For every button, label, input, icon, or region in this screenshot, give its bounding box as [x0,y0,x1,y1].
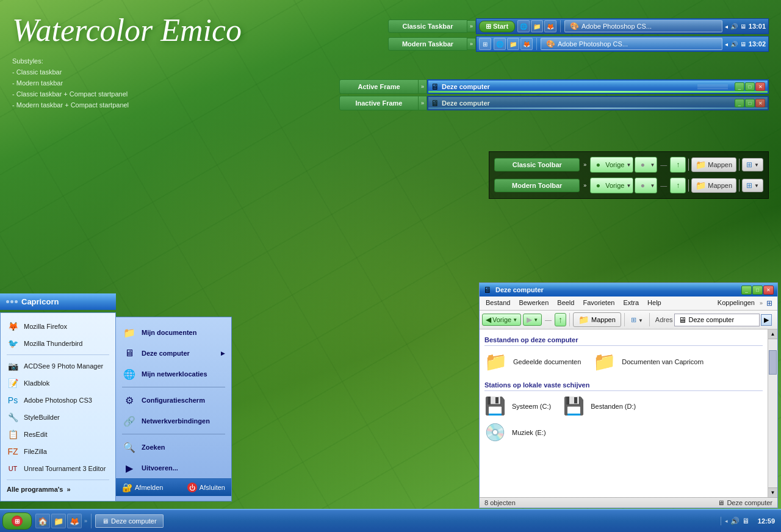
app-kladblok[interactable]: 📝 Kladblok [1,375,115,392]
item-gedeelde[interactable]: 📁 Gedeelde documenten [484,351,581,372]
afsluiten-btn[interactable]: ⏻ Afsluiten [187,483,225,492]
ql-home[interactable]: 🏠 [35,514,50,528]
modern-up-btn[interactable]: ↑ [670,178,686,193]
gedeelde-icon: 📁 [484,351,507,372]
taskbar-start-btn[interactable]: ⊞ [2,512,32,530]
modern-win-icon[interactable]: ⊞ [479,38,491,50]
address-go-btn[interactable]: ▶ [761,314,772,326]
stylebuilder-icon: 🔧 [7,411,19,423]
app-sep-bottom [7,480,109,480]
app-firefox[interactable]: 🦊 Mozilla Firefox [1,318,115,335]
item-muziek[interactable]: 💿 Muziek (E:) [484,422,546,442]
classic-back-btn[interactable]: ● Vorige ▼ [590,157,633,173]
win-back-btn[interactable]: ◀ Vorige ▼ [482,314,521,326]
modern-forward-btn[interactable]: ● ▼ [635,178,657,193]
modern-folders-btn[interactable]: 📁 Mappen [691,178,736,193]
win-up-btn[interactable]: ↑ [555,313,566,326]
content-scrollbar[interactable]: ▲ ▼ [768,329,777,497]
ql-folder[interactable]: 📁 [51,514,66,528]
classic-ql-3[interactable]: 🦊 [544,20,556,32]
app-photoshop[interactable]: Ps Adobe Photoshop CS3 [1,392,115,409]
modern-ql-3[interactable]: 🦊 [520,38,533,50]
inactive-frame-minimize[interactable]: _ [735,99,744,107]
sys-netwerk-verb[interactable]: 🔗 Netwerkverbindingen [116,411,231,431]
active-frame-minimize[interactable]: _ [735,82,744,91]
ql-firefox[interactable]: 🦊 [67,514,82,528]
modern-app-button[interactable]: 🎨 Adobe Photoshop CS... [541,38,722,50]
modern-ql-2[interactable]: 📁 [507,38,519,50]
sys-deze-computer[interactable]: 🖥 Deze computer ▶ [116,343,231,364]
modern-view-btn[interactable]: ⊞ ▼ [742,179,763,192]
win-fwd-btn[interactable]: ▶ ▼ [523,314,542,326]
modern-dash-btn[interactable]: — [658,180,669,191]
win-folders-btn[interactable]: 📁 Mappen [573,312,621,327]
configuratie-icon: ⚙ [122,393,137,408]
item-systeem[interactable]: 💾 Systeem (C:) [484,396,551,416]
classic-view-btn[interactable]: ⊞ ▼ [742,158,763,171]
taskbar-start-icon: ⊞ [12,516,23,527]
classic-start-button[interactable]: ⊞ Start [479,21,515,32]
menu-bewerken[interactable]: Bewerken [515,298,552,309]
inactive-frame-close[interactable]: ✕ [755,99,765,107]
scroll-down-btn[interactable]: ▼ [768,487,777,497]
menu-extra[interactable]: Extra [619,298,642,309]
app-stylebuilder[interactable]: 🔧 StyleBuilder [1,409,115,426]
taskbar-app-deze[interactable]: 🖥 Deze computer [95,514,164,528]
afmelden-btn[interactable]: 🔐 Afmelden [122,483,163,492]
win-fwd-dropdown: ▼ [533,317,538,323]
menu-bestand[interactable]: Bestand [482,298,514,309]
win-back-dropdown: ▼ [513,317,517,323]
app-acdsee[interactable]: 📷 ACDSee 9 Photo Manager [1,358,115,375]
menu-favorieten[interactable]: Favorieten [579,298,618,309]
active-frame-close[interactable]: ✕ [755,82,765,91]
windows-menu-icon[interactable]: ⊞ [764,298,775,309]
classic-tray-monitor: 🖥 [740,23,746,30]
modern-back-btn[interactable]: ● Vorige ▼ [590,178,633,193]
classic-toolbar-row: Classic Toolbar » ● Vorige ▼ ● ▼ — ↑ 📁 M… [494,157,763,173]
alle-progs-btn[interactable]: Alle programma's » [1,483,115,496]
tray-expand[interactable]: ◂ [725,518,728,524]
app-resedit[interactable]: 📋 ResEdit [1,426,115,443]
sys-configuratie[interactable]: ⚙ Configuratiescherm [116,390,231,411]
menu-help[interactable]: Help [644,298,665,309]
sys-mijn-docs[interactable]: 📁 Mijn documenten [116,322,231,343]
app-filezilla[interactable]: FZ FileZilla [1,443,115,460]
inactive-frame-maximize[interactable]: □ [745,99,755,107]
tray-monitor: 🖥 [742,517,749,525]
scroll-up-btn[interactable]: ▲ [768,329,777,339]
status-right: 🖥 Deze computer [718,499,772,506]
sys-netwerk[interactable]: 🌐 Mijn netwerklocaties [116,364,231,384]
back-icon: ● [592,159,603,170]
bottom-taskbar: ⊞ 🏠 📁 🦊 » 🖥 Deze computer ◂ 🔊 🖥 12:59 [0,509,781,532]
menu-koppelingen[interactable]: Koppelingen [714,298,758,309]
app-ut3[interactable]: UT Unreal Tournament 3 Editor [1,460,115,477]
classic-ql-1[interactable]: 🌐 [517,20,530,32]
classic-up-btn[interactable]: ↑ [670,157,686,173]
top-taskbars-section: Classic Taskbar » ⊞ Start 🌐 📁 🦊 🎨 Adobe … [388,18,769,52]
ql-more[interactable]: » [83,518,88,524]
window-minimize[interactable]: _ [741,286,752,295]
app-thunderbird[interactable]: 🐦 Mozilla Thunderbird [1,335,115,352]
window-menubar: Bestand Bewerken Beeld Favorieten Extra … [480,297,777,311]
classic-sep-btn[interactable]: — [658,159,669,170]
modern-folder-icon: 📁 [696,181,706,190]
item-bestanden-d[interactable]: 💾 Bestanden (D:) [563,396,636,416]
win-view-btn[interactable]: ⊞ ▼ [628,314,646,326]
address-input[interactable]: 🖥 Deze computer [674,314,760,326]
ps-icon: 🎨 [570,22,579,31]
ut3-icon: UT [7,462,19,475]
menu-beeld[interactable]: Beeld [553,298,578,309]
window-maximize[interactable]: □ [752,286,763,295]
active-frame-maximize[interactable]: □ [745,82,755,91]
classic-forward-btn[interactable]: ● ▼ [635,157,657,173]
modern-ql-1[interactable]: 🌐 [494,38,506,50]
classic-app-button[interactable]: 🎨 Adobe Photoshop CS... [564,20,722,32]
scroll-thumb[interactable] [769,350,777,375]
classic-folders-btn[interactable]: 📁 Mappen [691,157,736,172]
sys-uitvoeren[interactable]: ▶ Uitvoeren... [116,458,231,478]
sys-zoeken[interactable]: 🔍 Zoeken [116,437,231,458]
item-documenten[interactable]: 📁 Documenten van Capricorn [593,351,704,372]
window-close[interactable]: ✕ [763,286,774,295]
classic-clock: 13:01 [749,23,766,30]
classic-ql-2[interactable]: 📁 [531,20,543,32]
